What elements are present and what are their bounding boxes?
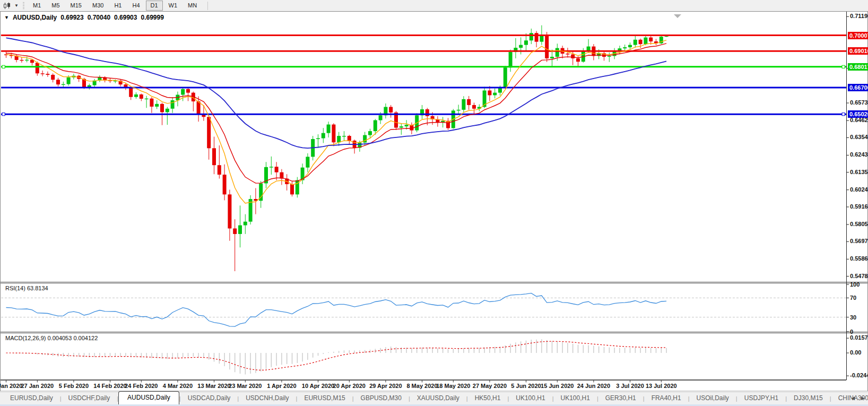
timeframe-button-H4[interactable]: H4 (127, 1, 144, 11)
timeframe-button-M1[interactable]: M1 (28, 1, 46, 11)
tab-USDCNH-Daily[interactable]: USDCNH,Daily (239, 392, 296, 404)
tab-HK50-H1[interactable]: HK50,H1 (468, 392, 508, 404)
toolbar-grip-handle[interactable] (23, 2, 24, 10)
tab-USOil-Daily[interactable]: USOil,Daily (690, 392, 736, 404)
tab-GER30-H1[interactable]: GER30,H1 (598, 392, 643, 404)
tab-UK100-H1[interactable]: UK100,H1 (554, 392, 597, 404)
tab-DJ30-M15[interactable]: DJ30,M15 (787, 392, 830, 404)
caret-down-icon[interactable]: ▼ (13, 3, 20, 8)
tab-AUDUSD-Daily[interactable]: AUDUSD,Daily (118, 391, 179, 404)
chart-title: ▼ AUDUSD,Daily 0.69923 0.70040 0.69903 0… (4, 14, 164, 21)
tab-FRA40-H1[interactable]: FRA40,H1 (645, 392, 688, 404)
window-menu-icon[interactable]: ▼ (4, 15, 9, 20)
tab-GBPUSD-M30[interactable]: GBPUSD,M30 (354, 392, 409, 404)
macd-indicator-label: MACD(12,26,9) 0.004053 0.004122 (5, 335, 98, 341)
rsi-indicator-label: RSI(14) 63.8134 (5, 285, 48, 291)
chart-tab-bar: EURUSD,Daily|USDCHF,Daily|AUDUSD,Daily|U… (0, 392, 868, 404)
mt4-application: ▼ M1M5M15M30H1H4D1W1MN 0.711900.679200.6… (0, 0, 868, 406)
timeframe-button-M30[interactable]: M30 (88, 1, 108, 11)
candlestick-chart-icon[interactable] (2, 2, 13, 10)
ohlc-close: 0.69999 (141, 14, 163, 21)
tab-scroll-arrows: ◀ ▶ (851, 395, 865, 401)
tab-UK100-H1[interactable]: UK100,H1 (509, 392, 552, 404)
tab-scroll-left-icon[interactable]: ◀ (851, 395, 855, 401)
chart-tabs: EURUSD,Daily|USDCHF,Daily|AUDUSD,Daily|U… (3, 391, 868, 404)
timeframe-button-W1[interactable]: W1 (164, 1, 183, 11)
tab-USDJPY-H1[interactable]: USDJPY,H1 (737, 392, 785, 404)
tab-EURUSD-Daily[interactable]: EURUSD,Daily (3, 392, 60, 404)
ohlc-open: 0.69923 (60, 14, 83, 21)
tab-scroll-right-icon[interactable]: ▶ (861, 395, 865, 401)
timeframe-button-D1[interactable]: D1 (146, 1, 163, 11)
chart-canvas[interactable] (0, 11, 868, 391)
timeframe-button-M15[interactable]: M15 (66, 1, 86, 11)
tab-EURUSD-M15[interactable]: EURUSD,M15 (297, 392, 352, 404)
chart-symbol: AUDUSD,Daily (13, 14, 57, 21)
timeframe-buttons: M1M5M15M30H1H4D1W1MN (28, 1, 202, 11)
ohlc-low: 0.69903 (114, 14, 137, 21)
timeframe-toolbar: ▼ M1M5M15M30H1H4D1W1MN (0, 0, 868, 12)
timeframe-button-M5[interactable]: M5 (47, 1, 64, 11)
toolbar-separator (207, 2, 208, 10)
tab-USDCAD-Daily[interactable]: USDCAD,Daily (181, 392, 238, 404)
tab-XAUUSD-Daily[interactable]: XAUUSD,Daily (410, 392, 466, 404)
timeframe-button-MN[interactable]: MN (183, 1, 202, 11)
ohlc-high: 0.70040 (88, 14, 110, 21)
chart-window: 0.711900.679200.657300.646200.635400.624… (0, 11, 868, 391)
timeframe-button-H1[interactable]: H1 (109, 1, 126, 11)
tab-USDCHF-Daily[interactable]: USDCHF,Daily (62, 392, 117, 404)
